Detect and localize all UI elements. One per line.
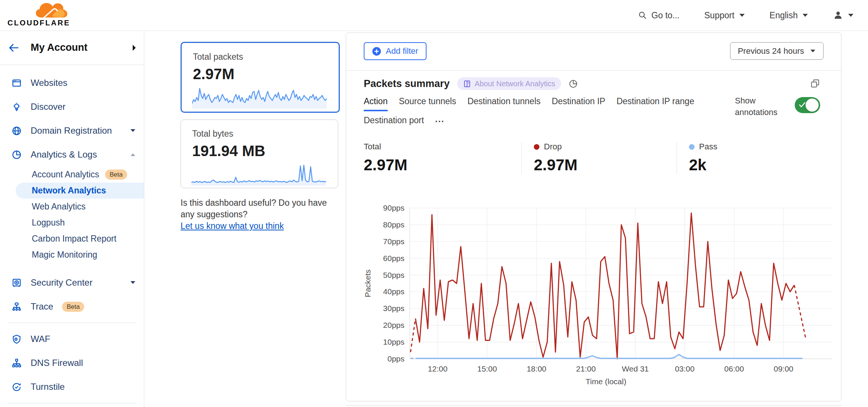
feedback-block: Is this dashboard useful? Do you have an… bbox=[181, 197, 341, 232]
refresh-check-icon bbox=[12, 382, 22, 392]
chevron-down-icon bbox=[130, 129, 136, 133]
sidebar-subitem-magic-monitoring[interactable]: Magic Monitoring bbox=[0, 247, 144, 263]
chevron-right-icon[interactable] bbox=[132, 44, 136, 51]
more-tabs-button[interactable]: ... bbox=[435, 115, 444, 126]
expand-panel-icon[interactable] bbox=[810, 78, 820, 88]
svg-text:Packets: Packets bbox=[363, 270, 372, 298]
svg-text:50pps: 50pps bbox=[383, 271, 404, 279]
user-icon bbox=[833, 10, 843, 21]
tab-action[interactable]: Action bbox=[364, 96, 388, 107]
card-value: 191.94 MB bbox=[192, 143, 338, 159]
panel-divider bbox=[346, 70, 841, 71]
goto-label: Go to... bbox=[652, 10, 680, 21]
sidebar-item-label: WAF bbox=[31, 334, 50, 344]
chevron-down-icon bbox=[802, 13, 808, 18]
sidebar-subitem-label: Magic Monitoring bbox=[32, 250, 97, 260]
cloudflare-cloud-icon bbox=[33, 1, 70, 18]
sidebar-item-label: Discover bbox=[31, 102, 65, 112]
show-annotations-label: Show annotations bbox=[735, 95, 784, 118]
sidebar-item-label: Turnstile bbox=[31, 382, 65, 392]
cloudflare-wordmark: CLOUDFLARE bbox=[7, 19, 71, 27]
stat-label: Drop bbox=[544, 142, 562, 152]
sidebar-divider bbox=[7, 323, 136, 323]
tab-destination-port[interactable]: Destination port bbox=[364, 115, 424, 126]
sidebar-item-label: Domain Registration bbox=[31, 125, 112, 136]
sidebar-item-analytics-logs[interactable]: Analytics & Logs bbox=[0, 143, 144, 167]
network-analytics-panel: Add filter Previous 24 hours Packets sum… bbox=[346, 32, 841, 401]
sidebar-subitem-logpush[interactable]: Logpush bbox=[0, 215, 144, 231]
trace-icon bbox=[12, 302, 22, 312]
sidebar-item-waf[interactable]: WAF bbox=[0, 327, 144, 351]
sidebar-subitem-carbon-impact-report[interactable]: Carbon Impact Report bbox=[0, 231, 144, 247]
shield-gear-icon bbox=[12, 334, 22, 344]
sidebar-item-discover[interactable]: Discover bbox=[0, 95, 144, 119]
time-range-selector[interactable]: Previous 24 hours bbox=[730, 42, 824, 60]
chevron-up-icon bbox=[130, 153, 136, 156]
back-arrow-icon[interactable] bbox=[9, 44, 19, 52]
svg-text:60pps: 60pps bbox=[383, 254, 404, 262]
sidebar-item-dns-firewall[interactable]: DNS Firewall bbox=[0, 351, 144, 375]
top-nav: CLOUDFLARE Go to... Support English bbox=[0, 0, 868, 31]
svg-text:0pps: 0pps bbox=[387, 354, 404, 363]
stat-pass: Pass 2k bbox=[677, 142, 840, 174]
sidebar-item-label: Trace bbox=[31, 301, 53, 312]
time-range-label: Previous 24 hours bbox=[738, 46, 804, 56]
lightbulb-icon bbox=[12, 102, 22, 112]
check-icon bbox=[799, 102, 806, 108]
support-menu[interactable]: Support bbox=[704, 10, 745, 21]
svg-text:18:00: 18:00 bbox=[527, 364, 547, 373]
pie-chart-icon[interactable] bbox=[569, 79, 578, 88]
pass-series-dot bbox=[689, 144, 695, 150]
safe-icon bbox=[12, 278, 22, 288]
sidebar-item-turnstile[interactable]: Turnstile bbox=[0, 375, 144, 399]
svg-text:15:00: 15:00 bbox=[477, 364, 497, 373]
total-packets-card[interactable]: Total packets 2.97M bbox=[181, 42, 340, 113]
tab-source-tunnels[interactable]: Source tunnels bbox=[399, 96, 456, 107]
sidebar-item-trace[interactable]: Trace Beta bbox=[0, 295, 144, 319]
sidebar-item-websites[interactable]: Websites bbox=[0, 71, 144, 95]
sidebar-subitem-network-analytics[interactable]: Network Analytics bbox=[16, 183, 144, 199]
stat-value: 2.97M bbox=[534, 156, 677, 174]
stat-value: 2k bbox=[689, 156, 840, 174]
svg-text:21:00: 21:00 bbox=[576, 364, 596, 373]
about-network-analytics-badge[interactable]: About Network Analytics bbox=[457, 77, 561, 90]
sidebar-item-domain-registration[interactable]: Domain Registration bbox=[0, 119, 144, 143]
pie-chart-icon bbox=[12, 150, 22, 160]
add-filter-button[interactable]: Add filter bbox=[364, 42, 427, 60]
sidebar-header: My Account bbox=[0, 31, 144, 65]
svg-text:30pps: 30pps bbox=[383, 304, 404, 313]
stat-total: Total 2.97M bbox=[364, 142, 521, 174]
tab-destination-tunnels[interactable]: Destination tunnels bbox=[467, 96, 541, 107]
account-menu[interactable] bbox=[833, 10, 854, 21]
packets-sparkline bbox=[192, 86, 327, 109]
node-tree-icon bbox=[12, 358, 22, 368]
show-annotations-toggle[interactable] bbox=[795, 97, 820, 113]
feedback-text: Is this dashboard useful? Do you have an… bbox=[181, 197, 341, 220]
svg-text:90pps: 90pps bbox=[383, 204, 404, 212]
tab-destination-ip[interactable]: Destination IP bbox=[552, 96, 605, 107]
svg-text:12:00: 12:00 bbox=[428, 364, 448, 373]
chevron-down-icon bbox=[130, 281, 136, 285]
stats-row: Total 2.97M Drop 2.97M Pass 2k bbox=[364, 142, 840, 174]
sidebar-item-security-center[interactable]: Security Center bbox=[0, 271, 144, 295]
svg-text:06:00: 06:00 bbox=[724, 364, 744, 373]
sidebar-subitem-account-analytics[interactable]: Account Analytics Beta bbox=[0, 167, 144, 183]
about-badge-label: About Network Analytics bbox=[475, 80, 555, 88]
svg-text:09:00: 09:00 bbox=[774, 364, 794, 373]
browser-icon bbox=[12, 78, 22, 88]
svg-text:70pps: 70pps bbox=[383, 237, 404, 246]
panel-title: Packets summary bbox=[364, 78, 450, 90]
tab-destination-ip-range[interactable]: Destination IP range bbox=[616, 96, 694, 107]
language-menu[interactable]: English bbox=[770, 10, 808, 21]
account-name[interactable]: My Account bbox=[31, 42, 132, 53]
chevron-down-icon bbox=[810, 49, 816, 53]
sidebar-subitem-label: Logpush bbox=[32, 218, 65, 228]
cloudflare-logo[interactable]: CLOUDFLARE bbox=[7, 1, 71, 27]
feedback-link[interactable]: Let us know what you think bbox=[181, 221, 284, 231]
chevron-down-icon bbox=[848, 13, 854, 18]
total-bytes-card[interactable]: Total bytes 191.94 MB bbox=[181, 119, 338, 188]
sidebar-subitem-web-analytics[interactable]: Web Analytics bbox=[0, 199, 144, 215]
stat-value: 2.97M bbox=[364, 156, 521, 174]
svg-text:80pps: 80pps bbox=[383, 220, 404, 229]
goto-search[interactable]: Go to... bbox=[638, 10, 680, 21]
